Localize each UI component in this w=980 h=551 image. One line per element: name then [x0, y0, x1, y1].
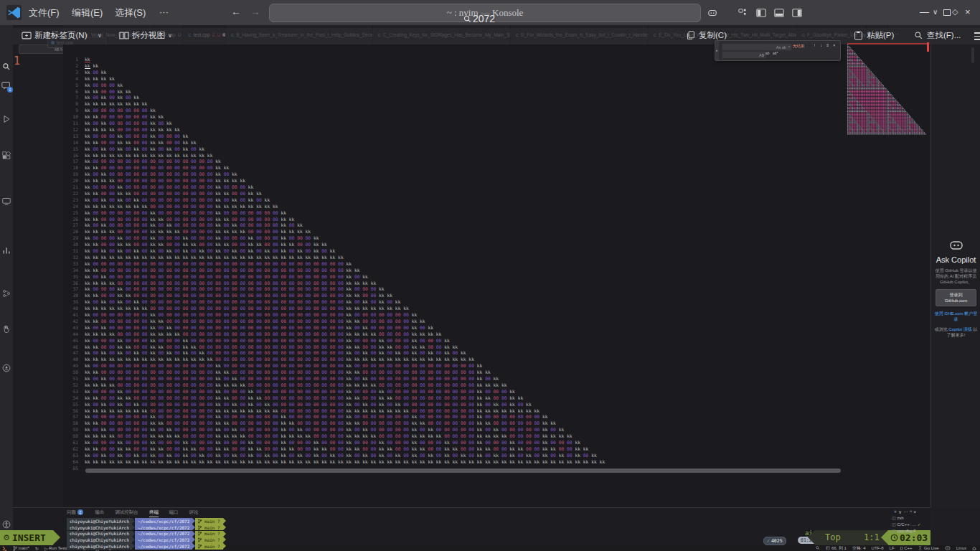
new-tab-button[interactable]: 新建标签页(N) [34, 30, 87, 41]
line-number: 64 [63, 459, 78, 466]
find-next-icon[interactable]: ↓ [820, 43, 822, 47]
statusbar-language[interactable]: {}C++ [900, 546, 913, 550]
new-tab-chevron-icon[interactable]: ∨ [98, 32, 102, 39]
nav-back-icon[interactable]: ← [231, 6, 241, 17]
hamburger-menu-icon[interactable] [974, 32, 980, 40]
window-diamond-icon[interactable]: ◇ [952, 7, 958, 17]
code-text: kk kk kk kk [85, 76, 115, 83]
references-view-icon[interactable] [2, 289, 11, 298]
regex-icon[interactable]: .* [788, 45, 790, 50]
copilot-icon[interactable] [707, 8, 717, 18]
panel-tab[interactable]: 调试控制台 [115, 509, 138, 516]
find-close-icon[interactable]: × [833, 43, 836, 47]
statusbar-eol[interactable]: LF [890, 546, 895, 550]
code-text: kk kk kk kk kk kk kk kk kk kk kk kk kk k… [85, 459, 605, 466]
toggle-sidebar-left-icon[interactable] [756, 8, 766, 18]
terminal-panel-toolbar[interactable]: + ∨ ⋯ ^ × [894, 509, 916, 515]
prompt-user: chiyoyuki@ChiyoYukiArch [67, 537, 132, 543]
statusbar-go-live[interactable]: Go Live [918, 546, 938, 550]
prompt-git-branch: main ? [195, 518, 222, 524]
window-restore-button[interactable] [943, 9, 951, 16]
github-signin-button[interactable]: 登录到 GitHub.com [936, 289, 976, 306]
statusbar-remote[interactable] [2, 546, 7, 551]
menu-edit[interactable]: 编辑(E) [72, 6, 103, 19]
run-debug-view-icon[interactable] [2, 115, 11, 123]
statusbar-bell[interactable] [972, 546, 976, 551]
code-line: 19kk 00 kk 00 00 00 00 00 00 00 00 00 00… [63, 171, 930, 178]
copy-button[interactable]: 复制(C) [699, 30, 727, 41]
find-button[interactable]: 查找(F)... [927, 30, 961, 41]
window-minimize-button[interactable]: — [920, 6, 929, 17]
statusbar-copilot[interactable] [945, 546, 951, 550]
chat-view-icon[interactable]: 1 [1, 81, 11, 90]
find-icon[interactable] [914, 31, 923, 40]
hand-tool-icon[interactable] [2, 325, 11, 334]
terminal-list-item[interactable]: ◫ cpp.dbg.F [892, 528, 916, 533]
replace-one-icon[interactable]: ab [765, 51, 770, 55]
terminal-list-item[interactable]: ◫ C/C++: … ✓ [892, 522, 921, 527]
replace-input[interactable]: AB [722, 51, 766, 59]
line-number: 14 [63, 140, 78, 146]
line-number: 46 [63, 344, 78, 351]
copy-icon[interactable] [686, 31, 695, 40]
minimap[interactable] [847, 44, 928, 136]
account-icon[interactable] [2, 364, 11, 372]
statusbar-encoding[interactable]: UTF-8 [872, 546, 884, 550]
search-view-icon[interactable] [2, 62, 11, 71]
replace-all-icon[interactable]: ab* [773, 51, 778, 55]
line-number: 4 [63, 76, 78, 83]
toggle-sidebar-right-icon[interactable] [792, 8, 802, 18]
match-case-icon[interactable]: Aa [776, 45, 781, 50]
code-text: kk 00 00 00 kk 00 00 00 kk 00 00 00 kk 0… [85, 235, 319, 242]
preserve-case-icon[interactable]: AB [759, 53, 764, 57]
chart-view-icon[interactable] [2, 246, 11, 255]
code-text: kk 00 kk 00 kk 00 kk 00 kk 00 kk 00 kk 0… [85, 350, 466, 357]
code-line: 49kk 00 00 00 00 00 00 00 00 00 00 00 00… [63, 363, 930, 369]
split-view-button[interactable]: 拆分视图 [132, 30, 165, 41]
menu-file[interactable]: 文件(F) [29, 6, 60, 19]
code-line: 28kk kk kk kk 00 00 00 00 kk kk kk kk 00… [63, 229, 930, 235]
paste-icon[interactable] [854, 31, 863, 40]
split-view-chevron-icon[interactable]: ∨ [168, 32, 172, 39]
menu-select[interactable]: 选择(S) [115, 6, 146, 19]
panel-tab[interactable]: 终端 [149, 509, 159, 517]
code-text: kk kk 00 00 kk kk 00 00 00 00 00 00 00 0… [85, 191, 262, 197]
terminal-list-item[interactable]: ◫ zsh [892, 515, 904, 520]
statusbar-sync[interactable]: ↻ [35, 546, 39, 551]
remote-explorer-icon[interactable] [2, 197, 11, 206]
statusbar-search[interactable] [816, 546, 820, 550]
panel-tab[interactable]: 评论 [189, 509, 198, 516]
panel-tab[interactable]: 问题2 [67, 509, 83, 516]
split-view-icon[interactable] [119, 31, 129, 40]
walkthrough-link[interactable]: Copilot 演练 [948, 327, 971, 331]
ghe-signin-link[interactable]: 使用 GHE.com 帐户登录 [934, 311, 978, 322]
whole-word-icon[interactable]: ab [782, 45, 786, 50]
window-close-button[interactable]: × [965, 6, 971, 17]
find-prev-icon[interactable]: ↑ [814, 43, 816, 47]
find-in-selection-icon[interactable]: ≡ [826, 43, 829, 47]
background-line-number: 1 [14, 55, 20, 67]
line-number: 15 [63, 146, 78, 153]
menu-more[interactable]: ··· [159, 6, 169, 17]
panel-tab[interactable]: 端口 [169, 509, 179, 516]
terminal-editor-area[interactable]: 1kk2kk kk3kk 00 kk4kk kk kk kk5kk 00 00 … [63, 44, 930, 507]
panel-tab[interactable]: 输出 [95, 509, 105, 516]
find-input[interactable]: Aa ab .* [722, 43, 792, 51]
statusbar-indentation[interactable]: 空格: 4 [852, 545, 866, 551]
statusbar-cursor-position[interactable]: 行 66, 列 1 [826, 545, 847, 551]
customize-layout-icon[interactable] [738, 8, 748, 18]
statusbar-git-branch[interactable]: main* [13, 546, 29, 551]
toggle-panel-icon[interactable] [774, 8, 784, 18]
command-center[interactable]: ~ : nvim — Konsole 2072 [269, 4, 701, 22]
statusbar-os[interactable]: Linux [956, 546, 966, 550]
accessibility-icon[interactable] [2, 520, 11, 529]
find-collapse-icon[interactable]: ▸ [715, 41, 719, 60]
horizontal-scrollbar[interactable] [85, 468, 841, 473]
statusbar-label: LF [890, 546, 895, 550]
extensions-view-icon[interactable] [2, 151, 11, 160]
new-tab-icon[interactable] [22, 31, 32, 40]
window-chevron-icon[interactable]: ∨ [933, 8, 938, 16]
panel-scrollbar-thumb[interactable] [971, 47, 974, 63]
paste-button[interactable]: 粘贴(P) [867, 30, 894, 41]
nav-forward-icon[interactable]: → [250, 6, 260, 17]
